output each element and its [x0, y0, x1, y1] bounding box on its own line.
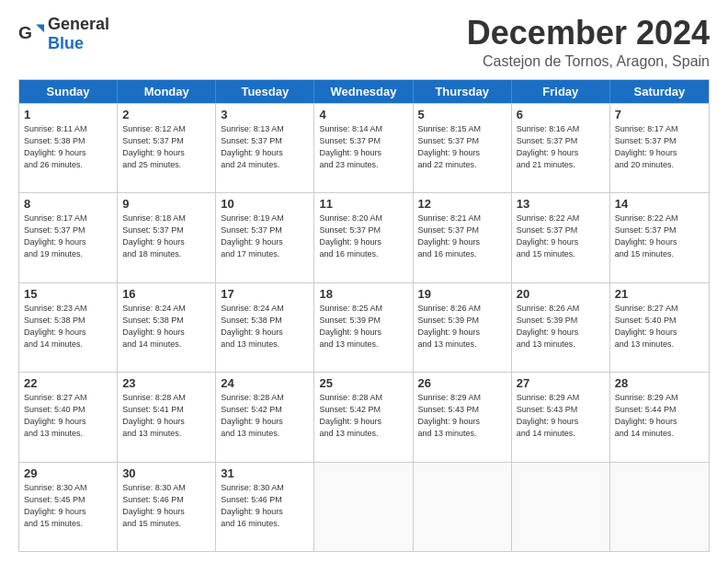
day-info: Sunrise: 8:11 AM Sunset: 5:38 PM Dayligh… [24, 123, 112, 171]
calendar-cell-5-7 [610, 463, 709, 551]
calendar-header: Sunday Monday Tuesday Wednesday Thursday… [19, 80, 709, 103]
day-number: 24 [221, 376, 309, 390]
month-title: December 2024 [467, 15, 710, 52]
day-number: 5 [418, 108, 506, 121]
calendar-cell-3-1: 15Sunrise: 8:23 AM Sunset: 5:38 PM Dayli… [19, 283, 118, 372]
calendar-cell-1-5: 5Sunrise: 8:15 AM Sunset: 5:37 PM Daylig… [414, 104, 512, 192]
day-number: 15 [24, 287, 112, 301]
calendar: Sunday Monday Tuesday Wednesday Thursday… [18, 79, 710, 552]
day-number: 11 [319, 197, 407, 211]
header: G General Blue December 2024 Castejon de… [18, 15, 710, 70]
calendar-cell-3-6: 20Sunrise: 8:26 AM Sunset: 5:39 PM Dayli… [512, 283, 610, 372]
calendar-cell-2-4: 11Sunrise: 8:20 AM Sunset: 5:37 PM Dayli… [314, 193, 413, 282]
logo-blue: Blue [48, 34, 84, 52]
header-monday: Monday [118, 80, 216, 103]
calendar-cell-5-3: 31Sunrise: 8:30 AM Sunset: 5:46 PM Dayli… [216, 463, 314, 551]
location-title: Castejon de Tornos, Aragon, Spain [467, 53, 710, 70]
day-info: Sunrise: 8:23 AM Sunset: 5:38 PM Dayligh… [24, 303, 112, 350]
header-tuesday: Tuesday [216, 80, 314, 103]
day-info: Sunrise: 8:30 AM Sunset: 5:46 PM Dayligh… [122, 482, 210, 530]
header-sunday: Sunday [19, 80, 118, 103]
day-info: Sunrise: 8:26 AM Sunset: 5:39 PM Dayligh… [418, 303, 506, 350]
day-number: 31 [221, 466, 309, 480]
day-info: Sunrise: 8:27 AM Sunset: 5:40 PM Dayligh… [615, 303, 704, 350]
calendar-cell-5-2: 30Sunrise: 8:30 AM Sunset: 5:46 PM Dayli… [118, 463, 216, 551]
day-number: 13 [517, 197, 605, 211]
title-block: December 2024 Castejon de Tornos, Aragon… [467, 15, 710, 70]
calendar-cell-5-4 [314, 463, 413, 551]
day-info: Sunrise: 8:28 AM Sunset: 5:42 PM Dayligh… [221, 392, 309, 440]
svg-text:G: G [18, 23, 32, 42]
day-number: 30 [122, 466, 210, 480]
day-info: Sunrise: 8:29 AM Sunset: 5:44 PM Dayligh… [615, 392, 704, 440]
day-number: 21 [615, 287, 704, 301]
day-number: 4 [319, 108, 407, 121]
calendar-cell-4-5: 26Sunrise: 8:29 AM Sunset: 5:43 PM Dayli… [414, 373, 512, 461]
day-info: Sunrise: 8:22 AM Sunset: 5:37 PM Dayligh… [517, 213, 605, 260]
calendar-cell-3-4: 18Sunrise: 8:25 AM Sunset: 5:39 PM Dayli… [314, 283, 413, 372]
calendar-cell-4-3: 24Sunrise: 8:28 AM Sunset: 5:42 PM Dayli… [216, 373, 314, 461]
day-info: Sunrise: 8:19 AM Sunset: 5:37 PM Dayligh… [221, 213, 309, 260]
calendar-cell-2-5: 12Sunrise: 8:21 AM Sunset: 5:37 PM Dayli… [414, 193, 512, 282]
day-number: 22 [24, 376, 112, 390]
calendar-row-1: 1Sunrise: 8:11 AM Sunset: 5:38 PM Daylig… [19, 103, 709, 192]
day-info: Sunrise: 8:30 AM Sunset: 5:46 PM Dayligh… [221, 482, 309, 530]
day-info: Sunrise: 8:26 AM Sunset: 5:39 PM Dayligh… [517, 303, 605, 350]
calendar-cell-3-2: 16Sunrise: 8:24 AM Sunset: 5:38 PM Dayli… [118, 283, 216, 372]
day-number: 7 [615, 108, 704, 121]
calendar-row-2: 8Sunrise: 8:17 AM Sunset: 5:37 PM Daylig… [19, 192, 709, 282]
day-info: Sunrise: 8:22 AM Sunset: 5:37 PM Dayligh… [615, 213, 704, 260]
calendar-cell-4-1: 22Sunrise: 8:27 AM Sunset: 5:40 PM Dayli… [19, 373, 118, 461]
day-info: Sunrise: 8:15 AM Sunset: 5:37 PM Dayligh… [418, 123, 506, 171]
calendar-cell-1-2: 2Sunrise: 8:12 AM Sunset: 5:37 PM Daylig… [118, 104, 216, 192]
day-info: Sunrise: 8:14 AM Sunset: 5:37 PM Dayligh… [319, 123, 407, 171]
calendar-cell-1-7: 7Sunrise: 8:17 AM Sunset: 5:37 PM Daylig… [610, 104, 709, 192]
calendar-cell-1-3: 3Sunrise: 8:13 AM Sunset: 5:37 PM Daylig… [216, 104, 314, 192]
calendar-cell-2-6: 13Sunrise: 8:22 AM Sunset: 5:37 PM Dayli… [512, 193, 610, 282]
day-number: 25 [319, 376, 407, 390]
day-number: 17 [221, 287, 309, 301]
day-number: 27 [517, 376, 605, 390]
calendar-row-3: 15Sunrise: 8:23 AM Sunset: 5:38 PM Dayli… [19, 282, 709, 372]
calendar-cell-3-3: 17Sunrise: 8:24 AM Sunset: 5:38 PM Dayli… [216, 283, 314, 372]
day-info: Sunrise: 8:24 AM Sunset: 5:38 PM Dayligh… [221, 303, 309, 350]
calendar-cell-2-3: 10Sunrise: 8:19 AM Sunset: 5:37 PM Dayli… [216, 193, 314, 282]
header-saturday: Saturday [610, 80, 709, 103]
day-info: Sunrise: 8:13 AM Sunset: 5:37 PM Dayligh… [221, 123, 309, 171]
day-info: Sunrise: 8:29 AM Sunset: 5:43 PM Dayligh… [418, 392, 506, 440]
day-info: Sunrise: 8:18 AM Sunset: 5:37 PM Dayligh… [122, 213, 210, 260]
calendar-cell-2-7: 14Sunrise: 8:22 AM Sunset: 5:37 PM Dayli… [610, 193, 709, 282]
header-friday: Friday [512, 80, 610, 103]
calendar-cell-4-2: 23Sunrise: 8:28 AM Sunset: 5:41 PM Dayli… [118, 373, 216, 461]
page: G General Blue December 2024 Castejon de… [0, 0, 728, 563]
day-number: 19 [418, 287, 506, 301]
calendar-body: 1Sunrise: 8:11 AM Sunset: 5:38 PM Daylig… [19, 103, 709, 551]
calendar-cell-2-2: 9Sunrise: 8:18 AM Sunset: 5:37 PM Daylig… [118, 193, 216, 282]
day-number: 16 [122, 287, 210, 301]
svg-marker-1 [36, 25, 44, 33]
header-thursday: Thursday [414, 80, 512, 103]
calendar-cell-5-6 [512, 463, 610, 551]
calendar-row-4: 22Sunrise: 8:27 AM Sunset: 5:40 PM Dayli… [19, 372, 709, 461]
day-info: Sunrise: 8:29 AM Sunset: 5:43 PM Dayligh… [517, 392, 605, 440]
calendar-cell-1-1: 1Sunrise: 8:11 AM Sunset: 5:38 PM Daylig… [19, 104, 118, 192]
calendar-cell-5-5 [414, 463, 512, 551]
calendar-cell-5-1: 29Sunrise: 8:30 AM Sunset: 5:45 PM Dayli… [19, 463, 118, 551]
logo: G General Blue [18, 15, 109, 53]
day-info: Sunrise: 8:12 AM Sunset: 5:37 PM Dayligh… [122, 123, 210, 171]
calendar-row-5: 29Sunrise: 8:30 AM Sunset: 5:45 PM Dayli… [19, 462, 709, 551]
day-number: 12 [418, 197, 506, 211]
calendar-cell-1-6: 6Sunrise: 8:16 AM Sunset: 5:37 PM Daylig… [512, 104, 610, 192]
calendar-cell-2-1: 8Sunrise: 8:17 AM Sunset: 5:37 PM Daylig… [19, 193, 118, 282]
day-number: 1 [24, 108, 112, 121]
day-info: Sunrise: 8:25 AM Sunset: 5:39 PM Dayligh… [319, 303, 407, 350]
day-number: 8 [24, 197, 112, 211]
header-wednesday: Wednesday [314, 80, 413, 103]
day-number: 3 [221, 108, 309, 121]
calendar-cell-1-4: 4Sunrise: 8:14 AM Sunset: 5:37 PM Daylig… [314, 104, 413, 192]
day-number: 10 [221, 197, 309, 211]
day-info: Sunrise: 8:17 AM Sunset: 5:37 PM Dayligh… [24, 213, 112, 260]
calendar-cell-3-7: 21Sunrise: 8:27 AM Sunset: 5:40 PM Dayli… [610, 283, 709, 372]
day-number: 2 [122, 108, 210, 121]
day-info: Sunrise: 8:17 AM Sunset: 5:37 PM Dayligh… [615, 123, 704, 171]
